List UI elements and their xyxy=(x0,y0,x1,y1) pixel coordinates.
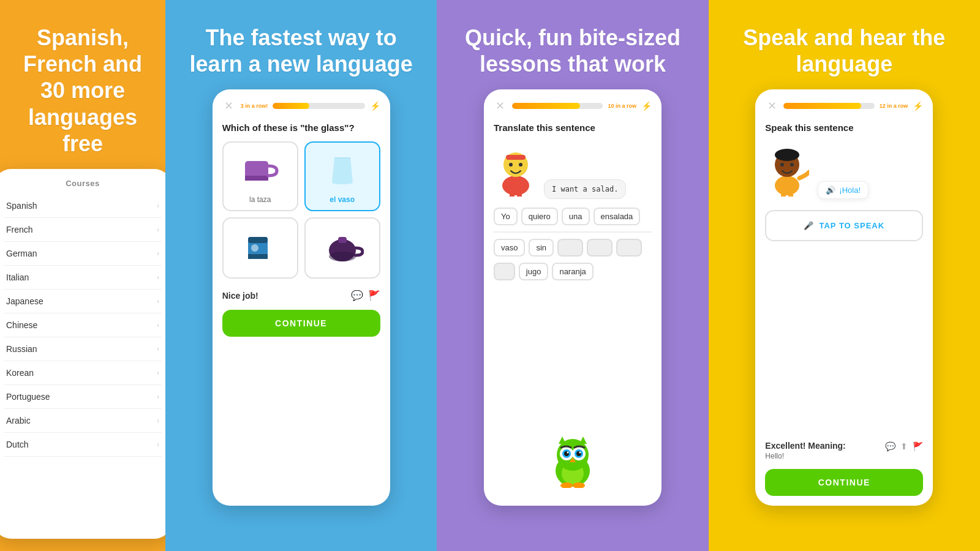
svg-point-34 xyxy=(775,149,799,161)
meaning-icons[interactable]: 💬 ⬆ 🚩 xyxy=(885,441,923,451)
feedback-icons[interactable]: 💬 🚩 xyxy=(351,290,380,301)
svg-point-27 xyxy=(567,452,568,454)
chevron-icon: › xyxy=(157,345,159,353)
question-3: Translate this sentence xyxy=(494,122,652,133)
course-item[interactable]: Japanese› xyxy=(4,290,162,313)
mc-option-kettle[interactable] xyxy=(304,217,380,279)
close-button-4[interactable]: ✕ xyxy=(765,99,778,113)
chevron-icon: › xyxy=(157,416,159,425)
svg-rect-37 xyxy=(781,193,786,197)
progress-label-2: 3 in a row! xyxy=(241,103,268,109)
svg-rect-5 xyxy=(248,254,268,259)
bank-chip-empty3 xyxy=(616,239,642,257)
course-item[interactable]: Italian› xyxy=(4,266,162,290)
svg-point-9 xyxy=(502,176,529,195)
svg-rect-11 xyxy=(506,155,526,160)
chip-quiero[interactable]: quiero xyxy=(521,208,558,225)
chevron-icon: › xyxy=(157,369,159,377)
continue-button-4[interactable]: CONTINUE xyxy=(765,469,923,496)
speak-char-svg xyxy=(765,141,809,197)
mc-options[interactable]: la taza el vaso xyxy=(222,141,380,279)
character-figure-3 xyxy=(494,141,538,199)
close-button-2[interactable]: ✕ xyxy=(222,99,236,113)
course-item[interactable]: Dutch› xyxy=(4,433,162,457)
progress-row-3: ✕ 10 in a row ⚡ xyxy=(494,99,652,113)
panel-translate: Quick, fun bite-sized lessons that work … xyxy=(437,0,708,551)
course-name: Italian xyxy=(6,272,29,282)
progress-fill-2 xyxy=(273,103,309,109)
progress-row-2: ✕ 3 in a row! ⚡ xyxy=(222,99,380,113)
svg-point-35 xyxy=(780,163,784,167)
panel-courses: Spanish, French and 30 more languages fr… xyxy=(0,0,165,551)
chip-ensalada[interactable]: ensalada xyxy=(594,208,641,225)
speech-bubble-3: I want a salad. xyxy=(544,179,626,199)
comment-icon-4[interactable]: 💬 xyxy=(885,441,895,451)
progress-bar-3 xyxy=(512,103,603,109)
quiz-card: ✕ 3 in a row! ⚡ Which of these is "the g… xyxy=(213,89,390,506)
chip-una[interactable]: una xyxy=(562,208,590,225)
mc-option-mug[interactable]: la taza xyxy=(222,141,298,211)
svg-point-13 xyxy=(519,163,522,167)
bank-chip-sin[interactable]: sin xyxy=(529,239,554,257)
course-name: Portuguese xyxy=(6,392,50,402)
progress-label-4: 12 in a row xyxy=(880,103,908,109)
carton-svg xyxy=(239,225,282,268)
course-item[interactable]: Chinese› xyxy=(4,313,162,337)
course-item[interactable]: Arabic› xyxy=(4,409,162,433)
panel-4-title: Speak and hear the language xyxy=(721,24,968,77)
owl-figure xyxy=(494,433,652,496)
share-icon-4[interactable]: ⬆ xyxy=(900,441,908,451)
glass-svg xyxy=(321,149,364,192)
chevron-icon: › xyxy=(157,273,159,282)
flag-icon-4[interactable]: 🚩 xyxy=(913,441,923,451)
bank-chip-vaso[interactable]: vaso xyxy=(494,239,525,257)
hola-text: ¡Hola! xyxy=(839,186,861,195)
question-2: Which of these is "the glass"? xyxy=(222,122,380,133)
translate-card: ✕ 10 in a row ⚡ Translate this sentence xyxy=(484,89,662,506)
bank-chips-row1[interactable]: vaso sin xyxy=(494,239,652,257)
course-name: German xyxy=(6,249,37,258)
svg-rect-38 xyxy=(788,193,793,197)
bank-chip-naranja[interactable]: naranja xyxy=(552,263,593,280)
course-item[interactable]: Russian› xyxy=(4,337,162,361)
courses-card: Courses Spanish›French›German›Italian›Ja… xyxy=(0,169,165,539)
progress-row-4: ✕ 12 in a row ⚡ xyxy=(765,99,923,113)
tap-to-speak[interactable]: 🎤 TAP TO SPEAK xyxy=(765,210,923,241)
comment-icon[interactable]: 💬 xyxy=(351,290,363,301)
flag-icon[interactable]: 🚩 xyxy=(368,290,380,301)
bank-chip-empty4 xyxy=(494,263,515,280)
chevron-icon: › xyxy=(157,321,159,329)
excellent-box: Excellent! Meaning: 💬 ⬆ 🚩 Hello! CONTINU… xyxy=(765,441,923,496)
glass-label: el vaso xyxy=(330,195,355,204)
course-item[interactable]: Spanish› xyxy=(4,194,162,218)
answer-chips[interactable]: Yo quiero una ensalada xyxy=(494,208,652,225)
course-item[interactable]: Korean› xyxy=(4,361,162,385)
svg-rect-15 xyxy=(517,193,522,197)
chevron-icon: › xyxy=(157,225,159,234)
chevron-icon: › xyxy=(157,392,159,401)
lightning-icon-3: ⚡ xyxy=(641,101,652,111)
mic-icon: 🎤 xyxy=(804,221,814,230)
question-4: Speak this sentence xyxy=(765,122,923,133)
continue-button-2[interactable]: CONTINUE xyxy=(222,310,380,337)
panel-2-title: The fastest way to learn a new language xyxy=(178,24,424,77)
course-item[interactable]: German› xyxy=(4,242,162,266)
mug-label: la taza xyxy=(249,195,271,204)
lightning-icon-2: ⚡ xyxy=(370,101,380,111)
mug-svg xyxy=(239,149,282,192)
svg-rect-7 xyxy=(338,237,347,243)
tap-to-speak-label: TAP TO SPEAK xyxy=(819,221,884,230)
word-bank: vaso sin jugo naranja xyxy=(494,231,652,287)
mc-option-carton[interactable] xyxy=(222,217,298,279)
chevron-icon: › xyxy=(157,297,159,305)
mc-option-glass[interactable]: el vaso xyxy=(304,141,380,211)
course-list: Spanish›French›German›Italian›Japanese›C… xyxy=(4,194,162,457)
chip-yo[interactable]: Yo xyxy=(494,208,518,225)
panel-3-title: Quick, fun bite-sized lessons that work xyxy=(449,24,696,77)
progress-fill-3 xyxy=(512,103,580,109)
course-item[interactable]: Portuguese› xyxy=(4,385,162,409)
close-button-3[interactable]: ✕ xyxy=(494,99,507,113)
bank-chips-row2[interactable]: jugo naranja xyxy=(494,263,652,280)
bank-chip-jugo[interactable]: jugo xyxy=(519,263,549,280)
course-item[interactable]: French› xyxy=(4,218,162,242)
